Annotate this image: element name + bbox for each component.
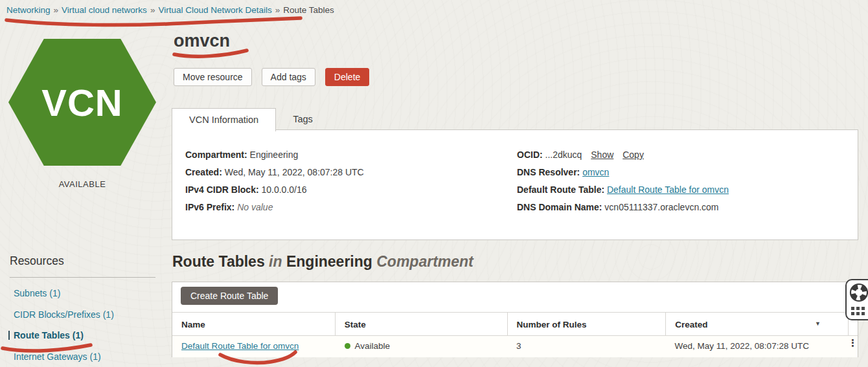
- breadcrumb-networking[interactable]: Networking: [6, 5, 51, 15]
- ocid-value: ...2dkucq: [545, 150, 582, 160]
- compartment-field: Compartment: Engineering: [185, 150, 364, 167]
- vcn-hexagon-icon: VCN: [8, 39, 156, 166]
- tab-vcn-information[interactable]: VCN Information: [172, 108, 276, 131]
- row-name-cell: Default Route Table for omvcn: [172, 336, 336, 357]
- sidebar-item-route-tables[interactable]: Route Tables (1): [8, 331, 162, 340]
- resources-title: Resources: [10, 254, 162, 268]
- dns-resolver-field: DNS Resolver: omvcn: [517, 167, 729, 184]
- sidebar-item-subnets[interactable]: Subnets (1): [0, 289, 162, 298]
- breadcrumb-separator: »: [150, 5, 155, 15]
- column-header-created[interactable]: Created ▼: [666, 313, 849, 335]
- column-header-state[interactable]: State: [336, 313, 508, 335]
- dns-domain-label: DNS Domain Name:: [517, 202, 602, 212]
- default-route-table-label: Default Route Table:: [517, 184, 604, 195]
- row-created-cell: Wed, May 11, 2022, 08:07:28 UTC: [666, 336, 848, 357]
- default-route-table-field: Default Route Table: Default Route Table…: [517, 184, 729, 202]
- dns-domain-value: vcn05111337.oraclevcn.com: [604, 202, 718, 212]
- create-route-table-button[interactable]: Create Route Table: [181, 287, 278, 305]
- vcn-icon-label: VCN: [41, 81, 122, 124]
- resources-sidebar: Resources Subnets (1) CIDR Blocks/Prefix…: [0, 254, 162, 367]
- heading-compartment-name: Engineering: [286, 253, 372, 270]
- breadcrumb-current-route-tables: Route Tables: [283, 5, 334, 15]
- heading-compartment-word: Compartment: [376, 253, 474, 270]
- floating-helper-widget[interactable]: [845, 279, 868, 320]
- annotation-breadcrumb-underline: [6, 18, 301, 25]
- dns-resolver-label: DNS Resolver:: [517, 167, 580, 177]
- created-field: Created: Wed, May 11, 2022, 08:07:28 UTC: [185, 167, 364, 184]
- column-header-name[interactable]: Name: [172, 313, 336, 335]
- ipv6-prefix-field: IPv6 Prefix: No value: [185, 202, 364, 219]
- compartment-value: Engineering: [250, 150, 299, 160]
- route-tables-heading: Route Tables in Engineering Compartment: [172, 253, 474, 271]
- tab-bar: VCN Information Tags: [172, 108, 330, 131]
- row-rules-cell: 3: [507, 336, 666, 357]
- default-route-table-link[interactable]: Default Route Table for omvcn: [607, 184, 729, 195]
- action-buttons: Move resource Add tags Delete: [174, 68, 369, 86]
- column-header-rules[interactable]: Number of Rules: [508, 313, 667, 335]
- ipv4-cidr-value: 10.0.0.0/16: [261, 184, 306, 195]
- annotation-title-underline: [174, 50, 247, 56]
- status-badge: AVAILABLE: [8, 179, 156, 189]
- breadcrumb-vcn-details[interactable]: Virtual Cloud Network Details: [158, 5, 271, 15]
- sidebar-item-cidr-blocks[interactable]: CIDR Blocks/Prefixes (1): [0, 310, 162, 319]
- created-value: Wed, May 11, 2022, 08:07:28 UTC: [225, 167, 364, 177]
- ipv6-prefix-value: No value: [237, 202, 273, 212]
- life-preserver-icon[interactable]: [849, 283, 868, 305]
- state-available-icon: [345, 343, 350, 349]
- table-header-row: Name State Number of Rules Created ▼: [172, 312, 858, 336]
- resources-divider: [10, 277, 155, 278]
- state-value: Available: [355, 341, 391, 351]
- column-header-created-label: Created: [675, 320, 707, 329]
- compartment-label: Compartment:: [185, 150, 247, 160]
- dots-grid-icon[interactable]: [851, 307, 865, 315]
- table-row: Default Route Table for omvcn Available …: [172, 336, 858, 357]
- dns-domain-field: DNS Domain Name: vcn05111337.oraclevcn.c…: [517, 202, 729, 219]
- sort-descending-icon[interactable]: ▼: [815, 320, 821, 327]
- breadcrumb-virtual-cloud-networks[interactable]: Virtual cloud networks: [62, 5, 147, 15]
- row-state-cell: Available: [336, 336, 507, 357]
- info-left-column: Compartment: Engineering Created: Wed, M…: [185, 150, 364, 219]
- add-tags-button[interactable]: Add tags: [262, 68, 315, 86]
- page-title: omvcn: [174, 31, 230, 51]
- ocid-show-link[interactable]: Show: [591, 150, 613, 160]
- ipv6-prefix-label: IPv6 Prefix:: [185, 202, 234, 212]
- ipv4-cidr-field: IPv4 CIDR Block: 10.0.0.0/16: [185, 184, 364, 202]
- delete-button[interactable]: Delete: [325, 68, 369, 86]
- kebab-menu-icon[interactable]: ⋮: [848, 336, 858, 346]
- ocid-copy-link[interactable]: Copy: [622, 150, 644, 160]
- ocid-label: OCID:: [517, 150, 543, 160]
- tab-tags[interactable]: Tags: [276, 108, 330, 131]
- vcn-details-page: Networking»Virtual cloud networks»Virtua…: [0, 0, 868, 367]
- row-actions-cell: ⋮: [848, 336, 858, 357]
- created-label: Created:: [185, 167, 222, 177]
- sidebar-item-internet-gateways[interactable]: Internet Gateways (1): [0, 352, 162, 361]
- route-tables-card: Create Route Table Name State Number of …: [172, 282, 858, 357]
- route-table-link[interactable]: Default Route Table for omvcn: [181, 341, 299, 351]
- resources-list: Subnets (1) CIDR Blocks/Prefixes (1) Rou…: [0, 289, 162, 361]
- ocid-field: OCID: ...2dkucq Show Copy: [517, 150, 729, 167]
- breadcrumb-separator: »: [54, 5, 59, 15]
- vcn-information-panel: Compartment: Engineering Created: Wed, M…: [172, 129, 858, 240]
- dns-resolver-link[interactable]: omvcn: [582, 167, 609, 177]
- heading-in: in: [269, 253, 282, 270]
- breadcrumb-separator: »: [275, 5, 280, 15]
- heading-route-tables: Route Tables: [172, 253, 265, 270]
- breadcrumb: Networking»Virtual cloud networks»Virtua…: [6, 5, 334, 15]
- ipv4-cidr-label: IPv4 CIDR Block:: [185, 184, 259, 195]
- info-right-column: OCID: ...2dkucq Show Copy DNS Resolver: …: [517, 150, 729, 219]
- move-resource-button[interactable]: Move resource: [174, 68, 252, 86]
